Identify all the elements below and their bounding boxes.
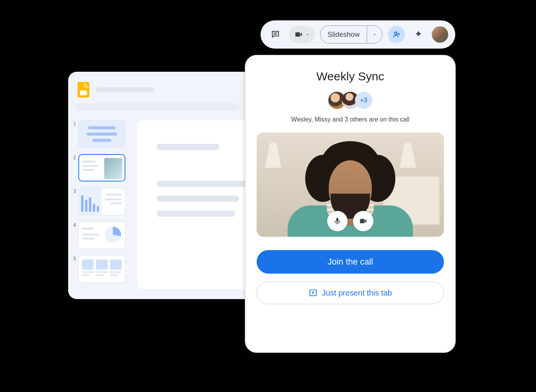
doc-title-placeholder xyxy=(96,87,154,92)
thumb-number: 2 xyxy=(71,154,76,160)
slides-action-toolbar: Slideshow xyxy=(261,20,455,49)
present-tab-button[interactable]: Just present this tab xyxy=(257,281,444,304)
slide-thumbnail-2[interactable] xyxy=(78,154,125,181)
participant-avatars: +3 xyxy=(328,92,372,109)
video-icon xyxy=(359,217,368,225)
slideshow-button[interactable]: Slideshow xyxy=(320,25,382,44)
meet-call-panel: Weekly Sync +3 Wesley, Missy and 3 other… xyxy=(245,55,456,353)
slide-thumbnail-5[interactable] xyxy=(78,255,125,283)
sparkle-icon xyxy=(414,30,423,39)
account-avatar[interactable] xyxy=(432,26,448,43)
slide-thumbnail-1[interactable] xyxy=(78,120,125,148)
slideshow-dropdown[interactable] xyxy=(367,26,382,43)
self-video-preview xyxy=(257,132,444,237)
call-subtitle: Wesley, Missy and 3 others are on this c… xyxy=(291,116,409,123)
thumb-number: 5 xyxy=(71,255,76,261)
svg-point-0 xyxy=(395,32,397,34)
thumb-number: 3 xyxy=(71,188,76,194)
gemini-button[interactable] xyxy=(411,27,426,42)
slideshow-label: Slideshow xyxy=(321,31,367,39)
slide-thumbnail-3[interactable] xyxy=(78,188,125,215)
comment-icon xyxy=(271,30,280,39)
toggle-mic-button[interactable] xyxy=(327,211,348,231)
toggle-camera-button[interactable] xyxy=(353,211,373,231)
thumb-number: 4 xyxy=(71,221,76,228)
share-button[interactable] xyxy=(388,26,405,43)
chevron-down-icon xyxy=(372,32,377,37)
join-call-button[interactable]: Join the call xyxy=(257,250,444,274)
comment-history-button[interactable] xyxy=(268,27,283,42)
present-to-all-icon xyxy=(309,289,317,297)
slides-logo-icon xyxy=(78,82,89,98)
slide-thumbnail-4[interactable] xyxy=(78,221,125,249)
meet-video-button[interactable] xyxy=(289,26,315,43)
slides-toolbar-placeholder xyxy=(75,103,240,111)
slide-thumbnails: 1 2 3 xyxy=(71,120,129,289)
microphone-icon xyxy=(333,217,342,225)
call-title: Weekly Sync xyxy=(317,70,384,83)
chevron-down-icon xyxy=(305,32,310,37)
participant-overflow-badge[interactable]: +3 xyxy=(355,92,372,109)
present-tab-label: Just present this tab xyxy=(322,289,392,298)
thumb-number: 1 xyxy=(71,120,76,127)
person-add-icon xyxy=(392,30,401,39)
video-icon xyxy=(294,30,303,39)
